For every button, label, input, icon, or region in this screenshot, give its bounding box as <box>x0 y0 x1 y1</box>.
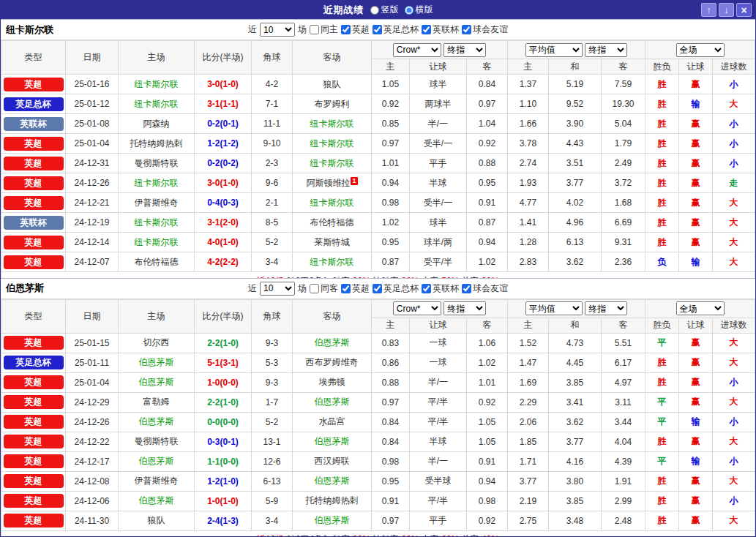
league-badge: 英超 <box>4 157 64 170</box>
match-score: 0-3(0-1) <box>195 432 252 451</box>
handicap-odds-value: 1.05 <box>467 412 508 432</box>
league-badge: 英超 <box>4 514 64 527</box>
bookmaker-select[interactable]: Crow* <box>393 301 441 315</box>
close-button[interactable]: × <box>736 3 752 17</box>
match-row: 英超25-01-16纽卡斯尔联3-0(1-0)4-2狼队1.05球半0.841.… <box>1 75 755 94</box>
handicap-odds-value: 0.95 <box>372 233 410 252</box>
result-winloss: 平 <box>645 412 679 432</box>
league-filter-eflcup[interactable]: 英联杯 <box>422 23 459 36</box>
handicap-odds-value: 1.04 <box>467 114 508 134</box>
league-eflcup-checkbox[interactable] <box>422 25 431 34</box>
team-label: 水晶宫 <box>319 416 345 427</box>
europe-odds-value: 4.16 <box>549 451 602 471</box>
home-team: 阿森纳 <box>119 114 195 134</box>
team-name: 纽卡斯尔联 <box>6 23 53 37</box>
away-team: 纽卡斯尔联 <box>293 114 372 134</box>
result-goals: 大 <box>713 233 755 252</box>
result-handicap: 赢 <box>679 491 713 511</box>
result-winloss: 胜 <box>645 432 679 451</box>
league-eflcup-checkbox[interactable] <box>422 284 431 293</box>
team-label: 伯恩茅斯 <box>139 416 174 427</box>
league-filter-facup[interactable]: 英足总杯 <box>373 282 419 295</box>
league-filter-facup[interactable]: 英足总杯 <box>373 23 419 36</box>
handicap-odds-value: 平手 <box>410 154 467 173</box>
league-facup-label: 英足总杯 <box>383 23 419 36</box>
recent-count-select[interactable]: 10 <box>260 282 295 296</box>
fulltime-scope-select[interactable]: 全场 <box>676 301 725 315</box>
horizontal-layout-option[interactable]: 横版 <box>405 4 433 16</box>
same-side-checkbox[interactable] <box>310 284 319 293</box>
same-side-filter[interactable]: 同客 <box>310 282 338 295</box>
result-winloss: 胜 <box>645 213 679 233</box>
away-team: 埃弗顿 <box>293 372 372 392</box>
titlebar: 近期战绩 竖版 横版 ↑ ↓ × <box>1 1 755 19</box>
europe-odds-value: 5.51 <box>602 333 645 353</box>
average-select[interactable]: 平均值 <box>525 43 583 57</box>
fulltime-scope-select[interactable]: 全场 <box>676 43 725 57</box>
same-side-checkbox[interactable] <box>310 25 319 34</box>
league-cell: 英超 <box>1 333 66 353</box>
match-row: 英超24-12-26伯恩茅斯0-0(0-0)5-2水晶宫0.84平/半1.052… <box>1 412 755 432</box>
match-row: 英超24-12-07布伦特福德4-2(2-2)3-4纽卡斯尔联0.87受平/半1… <box>1 252 755 272</box>
handicap-odds-value: 0.98 <box>372 193 410 213</box>
move-up-button[interactable]: ↑ <box>701 3 716 17</box>
handicap-stage-select[interactable]: 终指 <box>444 43 486 57</box>
league-epl-checkbox[interactable] <box>341 25 351 34</box>
league-facup-checkbox[interactable] <box>373 284 382 293</box>
vertical-layout-option[interactable]: 竖版 <box>370 4 399 16</box>
europe-stage-select[interactable]: 终指 <box>585 301 627 315</box>
handicap-odds-value: 0.87 <box>467 213 508 233</box>
matches-label: 场 <box>298 282 307 295</box>
europe-odds-value: 2.06 <box>508 412 549 432</box>
bookmaker-select[interactable]: Crow* <box>393 43 441 57</box>
handicap-odds-value: 1.02 <box>467 252 508 272</box>
team-label: 伯恩茅斯 <box>139 357 174 367</box>
handicap-odds-value: 1.02 <box>372 213 410 233</box>
europe-odds-value: 1.47 <box>508 353 549 372</box>
subcol-handicap-result: 让球 <box>679 318 713 333</box>
away-team: 西汉姆联 <box>293 451 372 471</box>
handicap-odds-value: 一球 <box>410 333 467 353</box>
league-filter-epl[interactable]: 英超 <box>341 282 370 295</box>
filter-bar: 近 10 场 同客 英超 英足总杯 英联杯 球会友谊 <box>248 282 508 296</box>
team-label: 布罗姆利 <box>315 99 350 109</box>
league-filter-epl[interactable]: 英超 <box>341 23 370 36</box>
league-filter-eflcup[interactable]: 英联杯 <box>422 282 459 295</box>
match-row: 英联杯24-12-19纽卡斯尔联3-1(2-0)8-5布伦特福德1.02球半0.… <box>1 213 755 233</box>
corner-score: 3-4 <box>252 511 293 530</box>
subcol-goals-result: 进球数 <box>713 318 755 333</box>
vertical-radio-label: 竖版 <box>381 4 399 16</box>
europe-odds-value: 3.62 <box>549 412 602 432</box>
league-friendly-checkbox[interactable] <box>462 25 471 34</box>
league-filter-friendly[interactable]: 球会友谊 <box>462 282 508 295</box>
europe-odds-value: 1.85 <box>508 432 549 451</box>
handicap-odds-value: 半球 <box>410 173 467 193</box>
same-side-filter[interactable]: 同主 <box>310 23 338 36</box>
home-team: 曼彻斯特联 <box>119 432 195 451</box>
europe-stage-select[interactable]: 终指 <box>585 43 627 57</box>
league-filter-friendly[interactable]: 球会友谊 <box>462 23 508 36</box>
average-select[interactable]: 平均值 <box>525 301 583 315</box>
result-handicap: 赢 <box>679 471 713 491</box>
away-team: 伯恩茅斯 <box>293 511 372 530</box>
vertical-radio[interactable] <box>370 6 379 15</box>
summary-segment: 40% <box>482 534 499 536</box>
away-team: 伯恩茅斯 <box>293 471 372 491</box>
result-winloss: 胜 <box>645 134 679 154</box>
league-epl-checkbox[interactable] <box>341 284 351 293</box>
team-label: 伯恩茅斯 <box>315 476 350 486</box>
league-friendly-checkbox[interactable] <box>462 284 471 293</box>
away-team: 伯恩茅斯 <box>293 392 372 412</box>
result-handicap: 赢 <box>679 75 713 94</box>
handicap-odds-value: 半/一 <box>410 451 467 471</box>
league-facup-checkbox[interactable] <box>373 25 382 34</box>
horizontal-radio[interactable] <box>405 6 413 15</box>
handicap-stage-select[interactable]: 终指 <box>444 301 486 315</box>
handicap-odds-value: 平/半 <box>410 491 467 511</box>
col-score-header: 比分(半场) <box>195 299 252 333</box>
move-down-button[interactable]: ↓ <box>719 3 734 17</box>
match-score: 3-0(1-0) <box>195 173 252 193</box>
league-cell: 英超 <box>1 451 66 471</box>
summary-segment: 60% <box>441 534 459 536</box>
recent-count-select[interactable]: 10 <box>260 23 295 37</box>
